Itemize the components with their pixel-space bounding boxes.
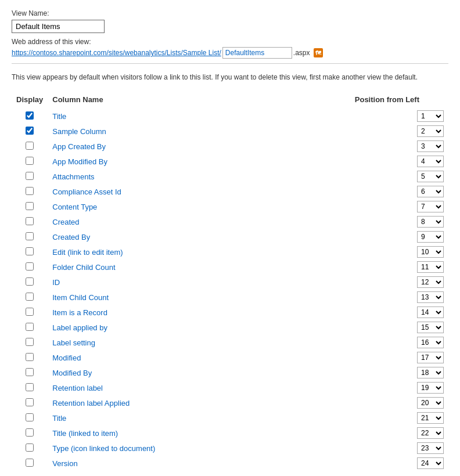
column-name: Compliance Asset Id: [48, 184, 261, 199]
column-name: Type (icon linked to document): [48, 441, 261, 456]
column-checkbox[interactable]: [26, 353, 34, 361]
column-name: App Modified By: [48, 154, 261, 169]
column-name: Edit (link to edit item): [48, 244, 261, 259]
table-row: Folder Child Count1234567891011121314151…: [12, 259, 448, 275]
table-row: App Modified By1234567891011121314151617…: [12, 154, 448, 169]
table-row: Sample Column123456789101112131415161718…: [12, 124, 448, 139]
column-name: Content Type: [48, 199, 261, 214]
column-checkbox[interactable]: [26, 443, 34, 452]
table-row: Type (icon linked to document)1234567891…: [12, 441, 448, 456]
column-checkbox[interactable]: [26, 262, 34, 271]
column-name: Folder Child Count: [48, 259, 261, 275]
column-checkbox[interactable]: [26, 232, 34, 240]
column-checkbox[interactable]: [26, 277, 34, 286]
column-name: ID: [48, 275, 261, 290]
column-name: Retention label: [48, 380, 261, 395]
column-name: Created: [48, 214, 261, 229]
position-select[interactable]: 123456789101112131415161718192021222324: [417, 367, 444, 378]
table-row: Title (linked to item)123456789101112131…: [12, 425, 448, 441]
table-row: Content Type1234567891011121314151617181…: [12, 199, 448, 214]
column-name: Label setting: [48, 335, 261, 350]
position-select[interactable]: 123456789101112131415161718192021222324: [417, 276, 444, 288]
column-checkbox[interactable]: [26, 142, 34, 150]
position-select[interactable]: 123456789101112131415161718192021222324: [417, 442, 444, 454]
column-checkbox[interactable]: [26, 459, 34, 467]
columns-table: Display Column Name Position from Left T…: [12, 93, 448, 471]
position-select[interactable]: 123456789101112131415161718192021222324: [417, 140, 444, 152]
web-address-input[interactable]: [222, 47, 292, 59]
header-display: Display: [12, 93, 48, 109]
column-name: Version: [48, 456, 261, 471]
table-row: ID12345678910111213141516171819202122232…: [12, 275, 448, 290]
table-row: Version123456789101112131415161718192021…: [12, 456, 448, 471]
column-name: Modified By: [48, 365, 261, 380]
column-checkbox[interactable]: [26, 383, 34, 391]
table-row: Modified12345678910111213141516171819202…: [12, 350, 448, 365]
view-name-label: View Name:: [12, 9, 448, 17]
column-checkbox[interactable]: [26, 202, 34, 210]
column-name: Modified: [48, 350, 261, 365]
table-row: Label applied by123456789101112131415161…: [12, 320, 448, 335]
column-name: Created By: [48, 229, 261, 244]
column-checkbox[interactable]: [26, 111, 34, 120]
header-position: Position from Left: [261, 93, 448, 109]
position-select[interactable]: 123456789101112131415161718192021222324: [417, 382, 444, 394]
column-checkbox[interactable]: [26, 323, 34, 331]
position-select[interactable]: 123456789101112131415161718192021222324: [417, 427, 444, 439]
column-name: App Created By: [48, 139, 261, 154]
web-address-label: Web address of this view:: [12, 38, 448, 46]
position-select[interactable]: 123456789101112131415161718192021222324: [417, 261, 444, 273]
web-address-suffix: .aspx: [293, 49, 310, 57]
column-checkbox[interactable]: [26, 428, 34, 437]
column-checkbox[interactable]: [26, 338, 34, 346]
rss-icon[interactable]: 🗺: [314, 48, 323, 57]
position-select[interactable]: 123456789101112131415161718192021222324: [417, 306, 444, 318]
table-row: Created By123456789101112131415161718192…: [12, 229, 448, 244]
column-checkbox[interactable]: [26, 413, 34, 421]
table-row: Retention label1234567891011121314151617…: [12, 380, 448, 395]
column-checkbox[interactable]: [26, 217, 34, 225]
table-row: Label setting123456789101112131415161718…: [12, 335, 448, 350]
table-row: Edit (link to edit item)1234567891011121…: [12, 244, 448, 259]
position-select[interactable]: 123456789101112131415161718192021222324: [417, 246, 444, 258]
info-text: This view appears by default when visito…: [12, 72, 448, 82]
position-select[interactable]: 123456789101112131415161718192021222324: [417, 201, 444, 212]
column-checkbox[interactable]: [26, 368, 34, 376]
column-name: Sample Column: [48, 124, 261, 139]
column-checkbox[interactable]: [26, 172, 34, 180]
column-name: Label applied by: [48, 320, 261, 335]
table-row: Title12345678910111213141516171819202122…: [12, 410, 448, 425]
position-select[interactable]: 123456789101112131415161718192021222324: [417, 337, 444, 348]
position-select[interactable]: 123456789101112131415161718192021222324: [417, 291, 444, 303]
column-name: Attachments: [48, 169, 261, 184]
position-select[interactable]: 123456789101112131415161718192021222324: [417, 125, 444, 137]
column-checkbox[interactable]: [26, 187, 34, 195]
position-select[interactable]: 123456789101112131415161718192021222324: [417, 322, 444, 333]
column-checkbox[interactable]: [26, 398, 34, 406]
position-select[interactable]: 123456789101112131415161718192021222324: [417, 156, 444, 167]
column-checkbox[interactable]: [26, 157, 34, 165]
column-name: Title: [48, 109, 261, 124]
position-select[interactable]: 123456789101112131415161718192021222324: [417, 216, 444, 228]
table-row: Compliance Asset Id123456789101112131415…: [12, 184, 448, 199]
table-row: Created123456789101112131415161718192021…: [12, 214, 448, 229]
column-checkbox[interactable]: [26, 308, 34, 316]
position-select[interactable]: 123456789101112131415161718192021222324: [417, 352, 444, 363]
position-select[interactable]: 123456789101112131415161718192021222324: [417, 231, 444, 243]
column-checkbox[interactable]: [26, 247, 34, 255]
column-checkbox[interactable]: [26, 127, 34, 135]
table-row: App Created By12345678910111213141516171…: [12, 139, 448, 154]
column-name: Retention label Applied: [48, 395, 261, 410]
table-row: Item Child Count123456789101112131415161…: [12, 290, 448, 305]
view-name-input[interactable]: [12, 20, 105, 33]
position-select[interactable]: 123456789101112131415161718192021222324: [417, 457, 444, 469]
position-select[interactable]: 123456789101112131415161718192021222324: [417, 110, 444, 122]
column-checkbox[interactable]: [26, 293, 34, 301]
position-select[interactable]: 123456789101112131415161718192021222324: [417, 397, 444, 409]
column-name: Item Child Count: [48, 290, 261, 305]
table-row: Item is a Record123456789101112131415161…: [12, 305, 448, 320]
position-select[interactable]: 123456789101112131415161718192021222324: [417, 186, 444, 197]
table-row: Title12345678910111213141516171819202122…: [12, 109, 448, 124]
position-select[interactable]: 123456789101112131415161718192021222324: [417, 171, 444, 182]
position-select[interactable]: 123456789101112131415161718192021222324: [417, 412, 444, 424]
